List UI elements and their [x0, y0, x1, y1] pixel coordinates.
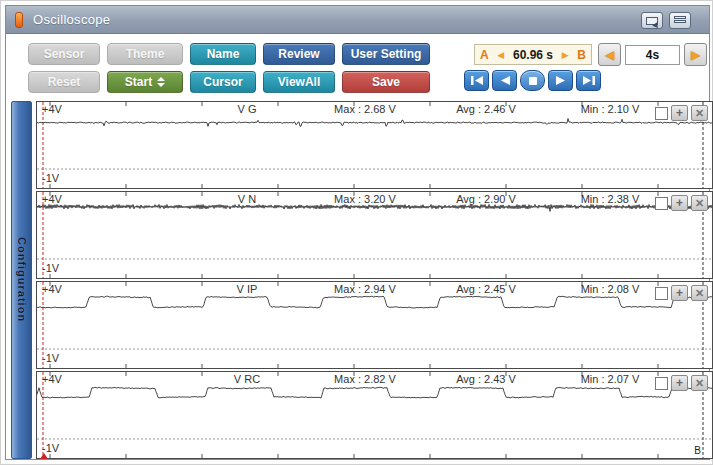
min-value: Min : 2.38 V: [549, 193, 671, 205]
max-value: Max : 2.68 V: [299, 103, 431, 115]
channel-checkbox[interactable]: [655, 377, 668, 390]
start-button-label: Start: [125, 75, 152, 89]
max-value: Max : 2.82 V: [299, 373, 431, 385]
channel-name: V RC: [187, 373, 307, 385]
skip-to-end-icon: [583, 76, 595, 85]
y-top-label: +4V: [42, 283, 62, 295]
reset-button[interactable]: Reset: [28, 71, 100, 93]
y-top-label: +4V: [42, 103, 62, 115]
zoom-plus-button[interactable]: +: [671, 285, 688, 301]
channel-vrc: +4V V RC Max : 2.82 V Avg : 2.43 V Min :…: [36, 371, 713, 459]
ab-range-box[interactable]: A ◀ 60.96 s ▶ B: [474, 44, 592, 65]
configuration-tab-label: Configuration: [16, 237, 28, 322]
title-bar[interactable]: Oscilloscope: [6, 6, 709, 34]
app-icon: [15, 12, 23, 28]
zoom-plus-button[interactable]: +: [671, 105, 688, 121]
configuration-tab[interactable]: Configuration: [11, 101, 32, 459]
cursor-b-marker-label: B: [694, 445, 701, 456]
channel-name: V G: [187, 103, 307, 115]
avg-value: Avg : 2.45 V: [425, 283, 547, 295]
cursor-button[interactable]: Cursor: [190, 71, 256, 93]
close-channel-button[interactable]: ✕: [691, 195, 708, 211]
channel-checkbox[interactable]: [655, 107, 668, 120]
stacked-panels-icon: [674, 16, 686, 25]
zoom-plus-button[interactable]: +: [671, 195, 688, 211]
display-window-icon: [646, 17, 658, 25]
theme-button[interactable]: Theme: [107, 43, 183, 65]
channel-vg: +4V V G Max : 2.68 V Avg : 2.46 V Min : …: [36, 101, 713, 189]
start-button[interactable]: Start: [107, 71, 183, 93]
close-channel-button[interactable]: ✕: [691, 375, 708, 391]
left-arrow-icon: ◀: [605, 48, 614, 62]
skip-to-start-icon: [471, 76, 483, 85]
stacked-panels-button[interactable]: [669, 12, 691, 29]
min-value: Min : 2.10 V: [549, 103, 671, 115]
span-increase-button[interactable]: ▶: [684, 43, 707, 66]
user-setting-button[interactable]: User Setting: [342, 43, 430, 65]
avg-value: Avg : 2.46 V: [425, 103, 547, 115]
a-left-arrow-icon[interactable]: ◀: [497, 50, 504, 60]
channel-name: V N: [187, 193, 307, 205]
sensor-button[interactable]: Sensor: [28, 43, 100, 65]
cursor-a-marker-icon[interactable]: [40, 453, 48, 459]
cursor-b-label: B: [577, 48, 586, 62]
ab-range-value: 60.96 s: [513, 48, 553, 62]
y-top-label: +4V: [42, 193, 62, 205]
oscilloscope-window: Oscilloscope Sensor Theme Name Review Us…: [0, 0, 713, 465]
channel-checkbox[interactable]: [655, 197, 668, 210]
review-button[interactable]: Review: [263, 43, 335, 65]
avg-value: Avg : 2.43 V: [425, 373, 547, 385]
y-bottom-label: -1V: [42, 172, 59, 184]
viewall-button[interactable]: ViewAll: [263, 71, 335, 93]
name-button[interactable]: Name: [190, 43, 256, 65]
max-value: Max : 2.94 V: [299, 283, 431, 295]
channels-area: +4V V G Max : 2.68 V Avg : 2.46 V Min : …: [36, 101, 713, 461]
y-top-label: +4V: [42, 373, 62, 385]
transport-controls: [464, 70, 601, 91]
y-bottom-label: -1V: [42, 262, 59, 274]
y-bottom-label: -1V: [42, 352, 59, 364]
channel-vip: +4V V IP Max : 2.94 V Avg : 2.45 V Min :…: [36, 281, 713, 369]
close-channel-button[interactable]: ✕: [691, 105, 708, 121]
time-span-value[interactable]: 4s: [625, 45, 680, 65]
channel-name: V IP: [187, 283, 307, 295]
channel-checkbox[interactable]: [655, 287, 668, 300]
b-right-arrow-icon[interactable]: ▶: [562, 50, 569, 60]
cursor-a-label: A: [480, 48, 489, 62]
skip-to-start-button[interactable]: [464, 70, 489, 91]
skip-to-end-button[interactable]: [576, 70, 601, 91]
display-window-button[interactable]: [641, 12, 663, 29]
window-title: Oscilloscope: [33, 12, 110, 27]
avg-value: Avg : 2.90 V: [425, 193, 547, 205]
toolbar: Sensor Theme Name Review User Setting Re…: [28, 43, 430, 93]
window-frame: Oscilloscope Sensor Theme Name Review Us…: [5, 5, 710, 460]
right-arrow-icon: ▶: [691, 48, 700, 62]
step-back-icon: [500, 76, 510, 85]
max-value: Max : 3.20 V: [299, 193, 431, 205]
close-channel-button[interactable]: ✕: [691, 285, 708, 301]
play-button[interactable]: [548, 70, 573, 91]
min-value: Min : 2.07 V: [549, 373, 671, 385]
spinner-arrows-icon[interactable]: [157, 77, 165, 87]
span-decrease-button[interactable]: ◀: [598, 43, 621, 66]
play-icon: [556, 76, 566, 85]
stop-button[interactable]: [520, 70, 545, 91]
save-button[interactable]: Save: [342, 71, 430, 93]
zoom-plus-button[interactable]: +: [671, 375, 688, 391]
step-back-button[interactable]: [492, 70, 517, 91]
stop-icon: [529, 77, 537, 85]
channel-vn: +4V V N Max : 3.20 V Avg : 2.90 V Min : …: [36, 191, 713, 279]
min-value: Min : 2.08 V: [549, 283, 671, 295]
